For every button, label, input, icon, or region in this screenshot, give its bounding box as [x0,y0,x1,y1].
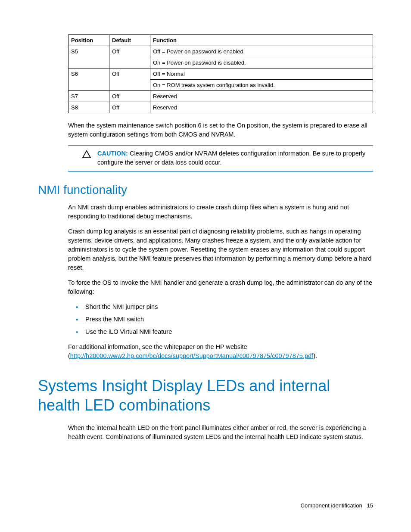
table-row: S5 Off Off = Power-on password is enable… [68,46,373,57]
cell-default: Off [109,46,150,68]
cell-position: S8 [68,102,109,113]
table-header-row: Position Default Function [68,35,373,46]
paragraph-after-table: When the system maintenance switch posit… [68,121,373,139]
table-row: S7 Off Reserved [68,91,373,102]
cell-function: Off = Normal [150,68,373,80]
nmi-p4: For additional information, see the whit… [68,342,373,361]
cell-function: On = Power-on password is disabled. [150,57,373,68]
nmi-p4-suffix: ). [313,352,317,359]
cell-position: S7 [68,91,109,102]
th-position: Position [68,35,109,46]
caution-body: Clearing CMOS and/or NVRAM deletes confi… [97,150,365,166]
cell-position: S5 [68,46,109,68]
caution-label: CAUTION: [97,150,128,157]
cell-function: Off = Power-on password is enabled. [150,46,373,57]
cell-function: Reserved [150,102,373,113]
sid-p1: When the internal health LED on the fron… [68,423,373,442]
cell-default: Off [109,102,150,113]
list-item: Short the NMI jumper pins [68,302,373,311]
footer-page-number: 15 [367,502,373,509]
sid-heading: Systems Insight Display LEDs and interna… [38,376,373,415]
caution-text: CAUTION: Clearing CMOS and/or NVRAM dele… [97,149,373,167]
nmi-bullet-list: Short the NMI jumper pins Press the NMI … [68,302,373,336]
cell-position: S6 [68,68,109,91]
cell-default: Off [109,91,150,102]
nmi-heading: NMI functionality [38,183,373,197]
list-item: Press the NMI switch [68,315,373,324]
caution-callout: CAUTION: Clearing CMOS and/or NVRAM dele… [68,145,373,172]
footer-section: Component identification [301,502,362,509]
list-item: Use the iLO Virtual NMI feature [68,327,373,336]
nmi-p3: To force the OS to invoke the NMI handle… [68,278,373,296]
cell-function: On = ROM treats system configuration as … [150,80,373,91]
table-row: S6 Off Off = Normal [68,68,373,80]
th-default: Default [109,35,150,46]
nmi-p1: An NMI crash dump enables administrators… [68,203,373,221]
caution-triangle-icon [68,149,91,167]
page-footer: Component identification 15 [301,502,373,509]
switch-table: Position Default Function S5 Off Off = P… [68,34,373,113]
nmi-p2: Crash dump log analysis is an essential … [68,227,373,272]
whitepaper-link[interactable]: http://h20000.www2.hp.com/bc/docs/suppor… [70,352,313,359]
table-row: S8 Off Reserved [68,102,373,113]
cell-default: Off [109,68,150,91]
cell-function: Reserved [150,91,373,102]
th-function: Function [150,35,373,46]
